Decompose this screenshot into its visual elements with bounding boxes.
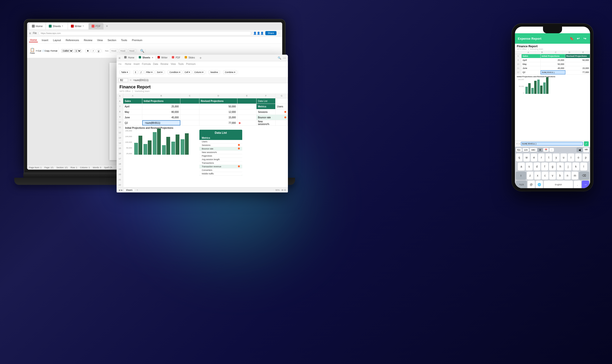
redo-icon[interactable]: ↪ bbox=[583, 36, 587, 41]
menu-view-ss[interactable]: View bbox=[170, 62, 177, 66]
formula-x-button[interactable]: × bbox=[516, 143, 517, 145]
menu-premium[interactable]: Premium bbox=[131, 38, 143, 42]
add-tab-button[interactable]: + bbox=[198, 56, 203, 60]
menu-section[interactable]: Section bbox=[107, 38, 117, 42]
tab-writer-ss[interactable]: Writer bbox=[156, 56, 169, 60]
close-icon-writer[interactable]: × bbox=[83, 25, 85, 27]
cell-button[interactable]: Cell ▾ bbox=[183, 70, 192, 74]
sheets-tab-close[interactable]: × bbox=[152, 56, 153, 59]
key-x[interactable]: x bbox=[534, 171, 541, 180]
sum-button[interactable]: Σ bbox=[133, 70, 138, 74]
format-button[interactable]: Format bbox=[51, 50, 57, 52]
cell-reference[interactable]: B2 bbox=[119, 78, 128, 82]
add-sheet-icon[interactable]: + bbox=[137, 189, 138, 191]
bookmark-icon[interactable]: 🔖 bbox=[569, 36, 574, 41]
key-i[interactable]: i bbox=[568, 154, 574, 162]
function-button[interactable]: ƒ bbox=[139, 70, 143, 74]
menu-review-ss[interactable]: Review bbox=[159, 62, 169, 66]
tab-sheets-ss[interactable]: Sheets × bbox=[137, 56, 155, 60]
period-key[interactable]: . bbox=[574, 181, 581, 188]
menu-home[interactable]: Home bbox=[29, 38, 38, 42]
file-menu[interactable]: File bbox=[33, 32, 37, 34]
menu-review[interactable]: Review bbox=[83, 38, 93, 42]
table-button[interactable]: Table ▾ bbox=[119, 70, 130, 74]
tab-slides-ss[interactable]: Slides bbox=[183, 56, 197, 60]
abc-key[interactable]: ABC bbox=[530, 148, 537, 152]
column-button[interactable]: Column ▾ bbox=[193, 70, 205, 74]
key-r[interactable]: r bbox=[538, 154, 545, 162]
menu-premium-ss[interactable]: Premium bbox=[185, 62, 196, 66]
key-w[interactable]: w bbox=[523, 154, 530, 162]
formula-input-bar[interactable]: SUM( E9:E11 ) bbox=[521, 142, 583, 146]
menu-tools-ss[interactable]: Tools bbox=[177, 62, 185, 66]
key-f[interactable]: f bbox=[541, 163, 548, 171]
key-g[interactable]: g bbox=[549, 163, 556, 171]
formula-check-button[interactable]: ✓ bbox=[584, 141, 589, 146]
find-replace-button[interactable]: 🔍 Find and replace bbox=[140, 49, 144, 53]
font-selector[interactable]: Calibri bbox=[61, 49, 73, 53]
normal-style[interactable]: Nor. bbox=[105, 50, 109, 52]
key-u[interactable]: u bbox=[560, 154, 567, 162]
sort-button[interactable]: Sort ▾ bbox=[155, 70, 164, 74]
key-t[interactable]: t bbox=[545, 154, 552, 162]
key-j[interactable]: j bbox=[565, 163, 572, 171]
more-options-icon[interactable]: ⋯ bbox=[278, 32, 280, 34]
key-n[interactable]: n bbox=[564, 171, 571, 180]
menu-layout[interactable]: Layout bbox=[52, 38, 62, 42]
font-size-selector[interactable]: 12 bbox=[74, 49, 81, 53]
prev-sheet-icon[interactable]: ◀ bbox=[119, 189, 120, 191]
key-d[interactable]: d bbox=[533, 163, 541, 171]
num-key[interactable]: 123 bbox=[523, 148, 529, 152]
combine-button[interactable]: Combine ▾ bbox=[223, 70, 237, 74]
tab-pdf[interactable]: PDF bbox=[89, 23, 103, 29]
tab-home[interactable]: Home bbox=[29, 23, 45, 29]
tab-sheets[interactable]: Sheets × bbox=[46, 23, 67, 29]
tab-home-ss[interactable]: Home bbox=[122, 56, 136, 60]
key-y[interactable]: y bbox=[553, 154, 559, 162]
address-bar[interactable]: https://www.wps.com bbox=[39, 31, 251, 35]
sheet1-tab[interactable]: Sheet1 bbox=[124, 188, 135, 192]
key-l[interactable]: l bbox=[580, 163, 587, 171]
tab-key[interactable]: tab bbox=[583, 148, 589, 152]
space-key[interactable]: English bbox=[544, 181, 573, 188]
menu-hamburger-icon[interactable]: ≡ bbox=[119, 56, 120, 60]
q2-formula[interactable]: =sum(B9:B11) bbox=[142, 120, 180, 125]
minimize-icon[interactable]: — bbox=[283, 56, 286, 60]
key-p[interactable]: p bbox=[583, 154, 589, 162]
cut-button[interactable]: ✂Cut bbox=[36, 50, 41, 52]
formula-content[interactable]: =sum(E9:E11) bbox=[133, 79, 286, 81]
next-sheet-icon[interactable]: ▶ bbox=[121, 189, 123, 191]
key-q[interactable]: q bbox=[516, 154, 523, 162]
heading2-style[interactable]: Head. bbox=[119, 49, 127, 53]
menu-references[interactable]: References bbox=[65, 38, 80, 42]
search-icon[interactable]: 🔍 bbox=[278, 56, 281, 60]
menu-insert[interactable]: Insert bbox=[41, 38, 49, 42]
phone-q2-formula[interactable]: SUM( E9:E11 ) bbox=[541, 70, 566, 74]
key-e[interactable]: e bbox=[531, 154, 537, 162]
menu-data-ss[interactable]: Data bbox=[152, 62, 159, 66]
more-key[interactable]: ··· bbox=[549, 148, 554, 152]
zoom-controls[interactable]: 90% bbox=[275, 189, 279, 191]
menu-icon[interactable]: ≡ bbox=[29, 31, 31, 35]
key-o[interactable]: o bbox=[575, 154, 582, 162]
menu-tools[interactable]: Tools bbox=[120, 38, 128, 42]
gear-key[interactable]: ⚙ bbox=[538, 148, 542, 152]
paste-button[interactable]: 📋 Paste bbox=[30, 48, 35, 54]
menu-home-ss[interactable]: Home bbox=[124, 62, 132, 66]
key-s[interactable]: s bbox=[526, 163, 533, 171]
calendar-key[interactable]: 📅 bbox=[543, 148, 549, 152]
send-key[interactable]: → bbox=[582, 181, 589, 188]
key-z[interactable]: z bbox=[527, 171, 533, 180]
key-b[interactable]: b bbox=[556, 171, 563, 180]
key-m[interactable]: m bbox=[571, 171, 578, 180]
key-a[interactable]: a bbox=[518, 163, 525, 171]
key-h[interactable]: h bbox=[557, 163, 564, 171]
tab-writer[interactable]: Writer × bbox=[68, 23, 88, 29]
bold-button[interactable]: B bbox=[85, 49, 90, 53]
italic-button[interactable]: I bbox=[91, 49, 96, 53]
copy-button[interactable]: 📄Copy bbox=[42, 50, 50, 52]
undo-icon[interactable]: ↩ bbox=[576, 36, 581, 41]
newline-button[interactable]: Newline bbox=[209, 70, 220, 74]
fx-key[interactable]: f(x) bbox=[516, 148, 522, 152]
key-k[interactable]: k bbox=[572, 163, 579, 171]
